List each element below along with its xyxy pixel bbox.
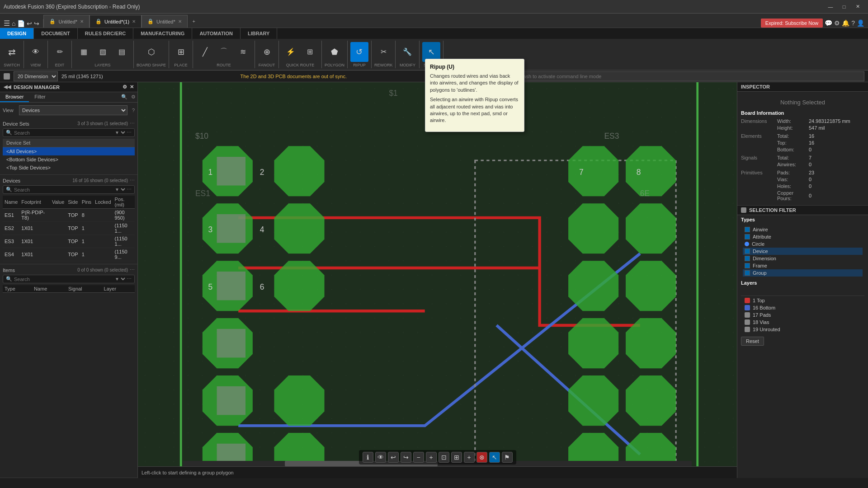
device-sets-menu-icon[interactable]: ⋯ — [130, 121, 135, 127]
command-input[interactable] — [484, 71, 864, 81]
tab2-close[interactable]: ✕ — [132, 19, 136, 24]
minimize-button[interactable]: — — [824, 0, 837, 14]
device-sets-search-filter[interactable]: ▼ — [113, 130, 127, 136]
user-icon[interactable]: 👤 — [857, 19, 864, 27]
panel-close-icon[interactable]: ✕ — [130, 84, 134, 90]
filter-item-frame[interactable]: Frame — [743, 262, 863, 269]
filter-item-attribute[interactable]: Attribute — [743, 233, 863, 240]
mode-tab-document[interactable]: DOCUMENT — [34, 28, 78, 39]
device-set-item-bottom[interactable]: <Bottom Side Devices> — [3, 155, 135, 164]
mode-tab-library[interactable]: LIBRARY — [241, 28, 277, 39]
items-menu-icon[interactable]: ⋯ — [130, 267, 135, 273]
items-options-icon[interactable]: ⋯ — [127, 276, 132, 282]
tab-filter[interactable]: Filter — [29, 92, 51, 102]
view-button[interactable]: 👁 — [27, 42, 45, 62]
devices-options-icon[interactable]: ⋯ — [127, 187, 132, 192]
stop-button[interactable]: ⊗ — [476, 452, 487, 463]
panel-options-icon[interactable]: ⚙ — [129, 92, 137, 102]
new-icon[interactable]: 📄 — [17, 20, 25, 27]
expired-subscribe-button[interactable]: Expired: Subscribe Now — [761, 19, 823, 28]
layers-button1[interactable]: ▦ — [75, 42, 93, 62]
panel-settings-icon[interactable]: ⚙ — [123, 84, 127, 90]
items-filter[interactable]: ▼ — [113, 276, 127, 282]
route-button2[interactable]: ⌒ — [215, 42, 233, 62]
layer-select[interactable]: 20 Dimension 1 Top 16 Bottom 17 Pads 18 … — [14, 71, 58, 81]
panel-search-icon[interactable]: 🔍 — [119, 92, 129, 102]
polygon-button[interactable]: ⬟ — [326, 42, 344, 62]
zoom-out-button[interactable]: − — [413, 452, 424, 463]
fanout-button[interactable]: ⊕ — [258, 42, 276, 62]
place-button[interactable]: ⊞ — [172, 42, 190, 62]
devices-search-input[interactable] — [14, 187, 113, 192]
tab1-close[interactable]: ✕ — [80, 19, 84, 24]
close-button[interactable]: ✕ — [851, 0, 864, 14]
filter-item-circle[interactable]: Circle — [743, 240, 863, 248]
device-sets-search-input[interactable] — [14, 130, 113, 136]
undo-quick-icon[interactable]: ↩ — [27, 20, 32, 27]
devices-filter[interactable]: ▼ — [113, 187, 127, 192]
maximize-button[interactable]: □ — [837, 0, 851, 14]
help-icon[interactable]: ? — [851, 19, 855, 27]
layer-item-1top[interactable]: 1 Top — [741, 297, 864, 304]
filter-item-dimension[interactable]: Dimension — [743, 255, 863, 262]
table-row[interactable]: ES3 1X01 TOP 1 (1150 1... — [3, 235, 135, 248]
add-canvas-button[interactable]: + — [464, 452, 475, 463]
layers-button2[interactable]: ▧ — [94, 42, 112, 62]
filter-check-device[interactable] — [745, 249, 750, 254]
quickroute-button2[interactable]: ⊞ — [301, 42, 319, 62]
tab-untitled1[interactable]: 🔒 Untitled* ✕ — [43, 15, 90, 28]
info-button[interactable]: ℹ — [363, 452, 373, 463]
mode-tab-design[interactable]: DESIGN — [0, 28, 34, 39]
table-row[interactable]: ES2 1X01 TOP 1 (1150 1... — [3, 222, 135, 235]
device-sets-search-options[interactable]: ⋯ — [127, 130, 132, 136]
layer-item-17pads[interactable]: 17 Pads — [741, 311, 864, 319]
view-select[interactable]: Devices Signals Layers — [19, 105, 127, 115]
filter-check-attribute[interactable] — [745, 234, 750, 239]
center-canvas[interactable]: $10 ES1 ES3 6E $1 1 2 3 4 5 6 7 8 ℹ 👁 ↩ … — [138, 82, 737, 478]
tab3-close[interactable]: ✕ — [178, 19, 182, 24]
filter-check-group[interactable] — [745, 270, 750, 276]
reset-button[interactable]: Reset — [741, 337, 764, 346]
rework-button[interactable]: ✂ — [374, 42, 392, 62]
layers-button3[interactable]: ▤ — [113, 42, 131, 62]
device-set-item-all[interactable]: <All Devices> — [3, 147, 135, 155]
edit-button[interactable]: ✏ — [51, 42, 69, 62]
layer-item-16bottom[interactable]: 16 Bottom — [741, 304, 864, 311]
redo-canvas-button[interactable]: ↪ — [401, 452, 411, 463]
eye-button[interactable]: 👁 — [375, 452, 386, 463]
mode-tab-rules[interactable]: RULES DRC/ERC — [78, 28, 133, 39]
tab-untitled2[interactable]: 🔒 Untitled*(1) ✕ — [90, 15, 142, 28]
modify-button[interactable]: 🔧 — [398, 42, 416, 62]
mode-tab-manufacturing[interactable]: MANUFACTURING — [133, 28, 192, 39]
grid-button[interactable]: ⊞ — [451, 452, 462, 463]
app-menu-icon[interactable]: ☰ — [4, 19, 10, 28]
device-set-item-top[interactable]: <Top Side Devices> — [3, 164, 135, 172]
zoom-in-button[interactable]: + — [426, 452, 437, 463]
filter-item-device[interactable]: Device — [743, 248, 863, 255]
view-help-icon[interactable]: ? — [132, 108, 135, 113]
panel-collapse-icon[interactable]: ◀◀ — [4, 84, 11, 90]
mode-tab-automation[interactable]: AUTOMATION — [192, 28, 241, 39]
chat-icon[interactable]: 💬 — [825, 19, 832, 27]
settings-icon[interactable]: ⚙ — [834, 19, 840, 27]
devices-menu-icon[interactable]: ⋯ — [130, 178, 135, 183]
cursor-button[interactable]: ↖ — [489, 452, 500, 463]
table-row[interactable]: ES5 1X01 TOP 1 (1275 1... — [3, 261, 135, 262]
home-icon[interactable]: ⌂ — [12, 20, 15, 27]
layer-item-18vias[interactable]: 18 Vias — [741, 319, 864, 326]
table-row[interactable]: ES4 1X01 TOP 1 (1150 9... — [3, 248, 135, 261]
layer-item-19unrouted[interactable]: 19 Unrouted — [741, 326, 864, 333]
add-tab-button[interactable]: + — [188, 15, 200, 28]
redo-quick-icon[interactable]: ↪ — [34, 20, 39, 27]
tab-browser[interactable]: Browser — [0, 92, 29, 102]
filter-check-frame[interactable] — [745, 263, 750, 268]
bell-icon[interactable]: 🔔 — [842, 19, 849, 27]
filter-check-dimension[interactable] — [745, 256, 750, 261]
undo-canvas-button[interactable]: ↩ — [388, 452, 399, 463]
route-button1[interactable]: ╱ — [196, 42, 214, 62]
layer-preset-preset-top[interactable] — [741, 293, 864, 295]
tab-untitled3[interactable]: 🔒 Untitled* ✕ — [142, 15, 188, 28]
flag-button[interactable]: ⚑ — [502, 452, 513, 463]
zoom-fit-button[interactable]: ⊡ — [439, 452, 449, 463]
filter-item-group[interactable]: Group — [743, 269, 863, 277]
